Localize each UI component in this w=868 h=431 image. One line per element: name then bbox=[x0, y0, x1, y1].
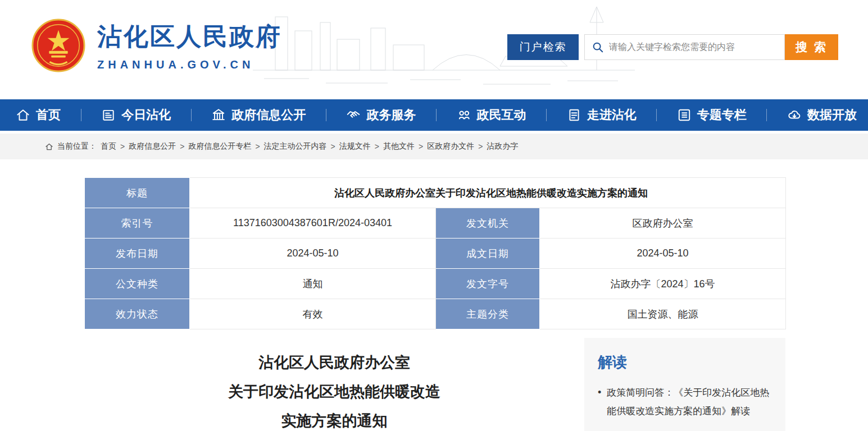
breadcrumb-separator: > bbox=[478, 142, 483, 151]
meta-label-title: 标题 bbox=[85, 178, 190, 208]
meta-label-doc-number: 发文字号 bbox=[436, 269, 540, 299]
meta-label-written-date: 成文日期 bbox=[436, 239, 540, 269]
document-icon bbox=[567, 108, 581, 122]
breadcrumb-separator: > bbox=[255, 142, 260, 151]
nav-label: 今日沾化 bbox=[121, 107, 171, 123]
nav-divider bbox=[191, 109, 192, 121]
nav-item-info-disclosure[interactable]: 政府信息公开 bbox=[203, 107, 313, 123]
meta-value-issuing-org: 区政府办公室 bbox=[540, 208, 786, 239]
topics-list-icon bbox=[677, 108, 692, 122]
content-row: 沾化区人民政府办公室 关于印发沾化区地热能供暖改造 实施方案的通知 解读 • 政… bbox=[84, 338, 785, 431]
document-meta-table: 标题 沾化区人民政府办公室关于印发沾化区地热能供暖改造实施方案的通知 索引号 1… bbox=[84, 177, 785, 329]
nav-label: 政府信息公开 bbox=[231, 107, 306, 123]
meta-value-index: 11371603004387601R/2024-03401 bbox=[190, 208, 436, 239]
nav-divider bbox=[81, 109, 81, 121]
meta-value-validity: 有效 bbox=[190, 299, 436, 329]
nav-divider bbox=[656, 109, 657, 121]
interpretation-panel: 解读 • 政策简明问答：《关于印发沾化区地热能供暖改造实施方案的通知》解读 bbox=[584, 338, 785, 431]
service-handshake-icon bbox=[346, 108, 361, 122]
nav-divider bbox=[436, 109, 437, 121]
nav-item-services[interactable]: 政务服务 bbox=[338, 107, 424, 123]
breadcrumb-link-info-column[interactable]: 政府信息公开专栏 bbox=[188, 141, 251, 152]
meta-label-index: 索引号 bbox=[85, 208, 190, 239]
nav-divider bbox=[326, 109, 326, 121]
breadcrumb-prefix: 当前位置： bbox=[57, 141, 97, 152]
nav-item-topics[interactable]: 专题专栏 bbox=[669, 107, 755, 123]
article: 沾化区人民政府办公室 关于印发沾化区地热能供暖改造 实施方案的通知 bbox=[84, 338, 584, 431]
nav-label: 走进沾化 bbox=[587, 107, 637, 123]
nav-item-interaction[interactable]: 政民互动 bbox=[449, 107, 534, 123]
location-home-icon bbox=[45, 143, 53, 151]
article-title-line-2: 关于印发沾化区地热能供暖改造 bbox=[84, 377, 584, 406]
site-title: 沾化区人民政府 bbox=[97, 20, 282, 53]
main-nav: 首页 今日沾化 政府信息公开 政务服务 政民互动 走进沾化 专题 bbox=[0, 99, 868, 131]
news-icon bbox=[101, 108, 116, 122]
interaction-people-icon bbox=[457, 108, 471, 122]
site-subtitle: ZHANHUA.GOV.CN bbox=[97, 58, 282, 71]
breadcrumb-separator: > bbox=[419, 142, 423, 151]
table-row: 公文种类 通知 发文字号 沾政办字〔2024〕16号 bbox=[85, 269, 786, 299]
nav-item-open-data[interactable]: 数据开放 bbox=[779, 107, 865, 123]
nav-divider bbox=[546, 109, 547, 121]
meta-label-publish-date: 发布日期 bbox=[85, 239, 190, 269]
nav-item-home[interactable]: 首页 bbox=[8, 107, 69, 123]
nav-label: 政民互动 bbox=[477, 107, 526, 123]
breadcrumb-link-regulations[interactable]: 法规文件 bbox=[339, 141, 371, 152]
brand-text: 沾化区人民政府 ZHANHUA.GOV.CN bbox=[97, 20, 282, 71]
nav-label: 首页 bbox=[36, 107, 61, 123]
breadcrumb-link-district-docs[interactable]: 区政府办文件 bbox=[427, 141, 474, 152]
article-title: 沾化区人民政府办公室 关于印发沾化区地热能供暖改造 实施方案的通知 bbox=[84, 348, 584, 431]
table-row: 效力状态 有效 主题分类 国土资源、能源 bbox=[85, 299, 786, 329]
breadcrumb-separator: > bbox=[180, 142, 184, 151]
breadcrumb-link-other-docs[interactable]: 其他文件 bbox=[383, 141, 415, 152]
meta-label-validity: 效力状态 bbox=[85, 299, 190, 329]
breadcrumb-link-info[interactable]: 政府信息公开 bbox=[129, 141, 176, 152]
breadcrumb-separator: > bbox=[331, 142, 335, 151]
site-brand[interactable]: 沾化区人民政府 ZHANHUA.GOV.CN bbox=[31, 18, 282, 73]
cloud-download-icon bbox=[787, 108, 802, 122]
meta-value-title: 沾化区人民政府办公室关于印发沾化区地热能供暖改造实施方案的通知 bbox=[190, 178, 786, 208]
article-title-line-3: 实施方案的通知 bbox=[84, 406, 584, 431]
gov-building-icon bbox=[211, 108, 226, 122]
page: 沾化区人民政府 ZHANHUA.GOV.CN 门户检索 搜 索 首页 今日沾化 bbox=[0, 0, 868, 431]
search-box bbox=[584, 34, 785, 60]
home-icon bbox=[16, 108, 30, 122]
meta-value-doc-type: 通知 bbox=[190, 269, 436, 299]
national-emblem-logo bbox=[31, 18, 86, 73]
site-header: 沾化区人民政府 ZHANHUA.GOV.CN 门户检索 搜 索 bbox=[0, 0, 868, 99]
breadcrumb-link-zhanzhengbanzi[interactable]: 沾政办字 bbox=[487, 141, 518, 152]
nav-item-about[interactable]: 走进沾化 bbox=[559, 107, 644, 123]
table-row: 发布日期 2024-05-10 成文日期 2024-05-10 bbox=[85, 239, 786, 269]
nav-label: 专题专栏 bbox=[697, 107, 747, 123]
interpretation-link[interactable]: 政策简明问答：《关于印发沾化区地热能供暖改造实施方案的通知》解读 bbox=[607, 383, 772, 420]
search-input[interactable] bbox=[609, 42, 778, 52]
portal-search-button[interactable]: 门户检索 bbox=[507, 34, 579, 60]
search-icon bbox=[592, 41, 604, 53]
nav-item-today[interactable]: 今日沾化 bbox=[93, 107, 179, 123]
breadcrumb-link-statutory[interactable]: 法定主动公开内容 bbox=[264, 141, 327, 152]
search-area: 门户检索 搜 索 bbox=[507, 34, 838, 60]
meta-label-subject: 主题分类 bbox=[436, 299, 540, 329]
table-row: 索引号 11371603004387601R/2024-03401 发文机关 区… bbox=[85, 208, 786, 239]
search-submit-button[interactable]: 搜 索 bbox=[785, 34, 838, 60]
list-item: • 政策简明问答：《关于印发沾化区地热能供暖改造实施方案的通知》解读 bbox=[598, 383, 772, 420]
breadcrumb-link-home[interactable]: 首页 bbox=[101, 141, 116, 152]
breadcrumb: 当前位置： 首页 > 政府信息公开 > 政府信息公开专栏 > 法定主动公开内容 … bbox=[0, 134, 868, 159]
meta-value-subject: 国土资源、能源 bbox=[540, 299, 786, 329]
bullet-icon: • bbox=[598, 383, 601, 420]
nav-label: 数据开放 bbox=[807, 107, 857, 123]
meta-label-doc-type: 公文种类 bbox=[85, 269, 190, 299]
breadcrumb-separator: > bbox=[120, 142, 125, 151]
meta-label-issuing-org: 发文机关 bbox=[436, 208, 540, 239]
breadcrumb-separator: > bbox=[375, 142, 379, 151]
table-row: 标题 沾化区人民政府办公室关于印发沾化区地热能供暖改造实施方案的通知 bbox=[85, 178, 786, 208]
meta-value-doc-number: 沾政办字〔2024〕16号 bbox=[540, 269, 786, 299]
nav-label: 政务服务 bbox=[366, 107, 416, 123]
article-title-line-1: 沾化区人民政府办公室 bbox=[84, 348, 584, 377]
meta-value-written-date: 2024-05-10 bbox=[540, 239, 786, 269]
nav-divider bbox=[766, 109, 767, 121]
interpretation-heading: 解读 bbox=[598, 352, 772, 372]
meta-value-publish-date: 2024-05-10 bbox=[190, 239, 436, 269]
